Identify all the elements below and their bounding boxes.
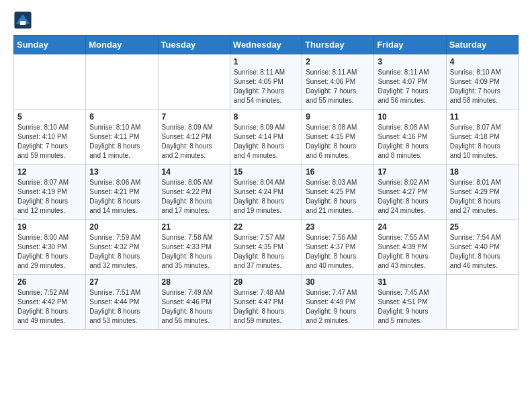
day-number: 9 bbox=[306, 112, 370, 122]
day-number: 8 bbox=[234, 112, 298, 122]
day-info: Sunrise: 7:54 AM Sunset: 4:40 PM Dayligh… bbox=[450, 233, 515, 271]
calendar-cell: 14Sunrise: 8:05 AM Sunset: 4:22 PM Dayli… bbox=[158, 165, 230, 220]
day-info: Sunrise: 8:04 AM Sunset: 4:24 PM Dayligh… bbox=[234, 178, 298, 216]
weekday-header-sunday: Sunday bbox=[14, 36, 86, 54]
day-number: 21 bbox=[162, 222, 226, 232]
calendar-cell: 1Sunrise: 8:11 AM Sunset: 4:05 PM Daylig… bbox=[230, 54, 302, 109]
day-number: 10 bbox=[378, 112, 442, 122]
day-info: Sunrise: 8:01 AM Sunset: 4:29 PM Dayligh… bbox=[450, 178, 515, 216]
logo bbox=[13, 11, 35, 30]
day-number: 12 bbox=[17, 167, 82, 177]
calendar-cell: 3Sunrise: 8:11 AM Sunset: 4:07 PM Daylig… bbox=[374, 54, 446, 109]
calendar-cell bbox=[158, 54, 230, 109]
calendar-body: 1Sunrise: 8:11 AM Sunset: 4:05 PM Daylig… bbox=[14, 54, 519, 330]
calendar-cell: 8Sunrise: 8:09 AM Sunset: 4:14 PM Daylig… bbox=[230, 109, 302, 165]
day-number: 31 bbox=[378, 277, 442, 287]
weekday-header-row: SundayMondayTuesdayWednesdayThursdayFrid… bbox=[14, 36, 519, 54]
day-info: Sunrise: 8:08 AM Sunset: 4:15 PM Dayligh… bbox=[306, 123, 370, 161]
day-number: 14 bbox=[162, 167, 226, 177]
day-info: Sunrise: 8:07 AM Sunset: 4:18 PM Dayligh… bbox=[450, 123, 515, 161]
day-number: 25 bbox=[450, 222, 515, 232]
calendar-cell: 22Sunrise: 7:57 AM Sunset: 4:35 PM Dayli… bbox=[230, 220, 302, 275]
calendar-week-3: 12Sunrise: 8:07 AM Sunset: 4:19 PM Dayli… bbox=[14, 165, 519, 220]
calendar-cell: 20Sunrise: 7:59 AM Sunset: 4:32 PM Dayli… bbox=[86, 220, 158, 275]
day-number: 24 bbox=[378, 222, 442, 232]
calendar-cell bbox=[446, 275, 518, 330]
calendar-cell: 13Sunrise: 8:06 AM Sunset: 4:21 PM Dayli… bbox=[86, 165, 158, 220]
day-info: Sunrise: 8:05 AM Sunset: 4:22 PM Dayligh… bbox=[162, 178, 226, 216]
day-number: 22 bbox=[234, 222, 298, 232]
day-number: 28 bbox=[162, 277, 226, 287]
calendar-cell: 21Sunrise: 7:58 AM Sunset: 4:33 PM Dayli… bbox=[158, 220, 230, 275]
calendar-week-2: 5Sunrise: 8:10 AM Sunset: 4:10 PM Daylig… bbox=[14, 109, 519, 165]
weekday-header-thursday: Thursday bbox=[302, 36, 374, 54]
day-number: 17 bbox=[378, 167, 442, 177]
day-info: Sunrise: 8:10 AM Sunset: 4:09 PM Dayligh… bbox=[450, 68, 515, 105]
day-number: 18 bbox=[450, 167, 515, 177]
day-number: 2 bbox=[306, 57, 370, 66]
day-info: Sunrise: 8:00 AM Sunset: 4:30 PM Dayligh… bbox=[17, 233, 82, 271]
weekday-header-monday: Monday bbox=[86, 36, 158, 54]
calendar-cell: 12Sunrise: 8:07 AM Sunset: 4:19 PM Dayli… bbox=[14, 165, 86, 220]
calendar-cell bbox=[86, 54, 158, 109]
svg-rect-2 bbox=[20, 21, 26, 25]
day-number: 3 bbox=[378, 57, 442, 66]
calendar-table: SundayMondayTuesdayWednesdayThursdayFrid… bbox=[13, 35, 519, 330]
day-info: Sunrise: 8:09 AM Sunset: 4:12 PM Dayligh… bbox=[162, 123, 226, 161]
calendar-cell: 31Sunrise: 7:45 AM Sunset: 4:51 PM Dayli… bbox=[374, 275, 446, 330]
day-info: Sunrise: 7:48 AM Sunset: 4:47 PM Dayligh… bbox=[234, 288, 298, 326]
day-info: Sunrise: 8:10 AM Sunset: 4:10 PM Dayligh… bbox=[17, 123, 82, 161]
day-info: Sunrise: 8:07 AM Sunset: 4:19 PM Dayligh… bbox=[17, 178, 82, 216]
calendar-cell: 9Sunrise: 8:08 AM Sunset: 4:15 PM Daylig… bbox=[302, 109, 374, 165]
day-number: 4 bbox=[450, 57, 515, 66]
weekday-header-tuesday: Tuesday bbox=[158, 36, 230, 54]
day-info: Sunrise: 8:11 AM Sunset: 4:07 PM Dayligh… bbox=[378, 68, 442, 105]
day-info: Sunrise: 8:08 AM Sunset: 4:16 PM Dayligh… bbox=[378, 123, 442, 161]
day-number: 30 bbox=[306, 277, 370, 287]
day-info: Sunrise: 8:03 AM Sunset: 4:25 PM Dayligh… bbox=[306, 178, 370, 216]
calendar-cell: 24Sunrise: 7:55 AM Sunset: 4:39 PM Dayli… bbox=[374, 220, 446, 275]
day-info: Sunrise: 8:09 AM Sunset: 4:14 PM Dayligh… bbox=[234, 123, 298, 161]
day-number: 7 bbox=[162, 112, 226, 122]
calendar-cell: 18Sunrise: 8:01 AM Sunset: 4:29 PM Dayli… bbox=[446, 165, 518, 220]
calendar-cell: 27Sunrise: 7:51 AM Sunset: 4:44 PM Dayli… bbox=[86, 275, 158, 330]
calendar-container: SundayMondayTuesdayWednesdayThursdayFrid… bbox=[0, 0, 532, 336]
calendar-cell: 4Sunrise: 8:10 AM Sunset: 4:09 PM Daylig… bbox=[446, 54, 518, 109]
calendar-cell: 6Sunrise: 8:10 AM Sunset: 4:11 PM Daylig… bbox=[86, 109, 158, 165]
calendar-week-4: 19Sunrise: 8:00 AM Sunset: 4:30 PM Dayli… bbox=[14, 220, 519, 275]
day-info: Sunrise: 7:56 AM Sunset: 4:37 PM Dayligh… bbox=[306, 233, 370, 271]
calendar-cell: 7Sunrise: 8:09 AM Sunset: 4:12 PM Daylig… bbox=[158, 109, 230, 165]
calendar-week-1: 1Sunrise: 8:11 AM Sunset: 4:05 PM Daylig… bbox=[14, 54, 519, 109]
calendar-cell: 17Sunrise: 8:02 AM Sunset: 4:27 PM Dayli… bbox=[374, 165, 446, 220]
day-info: Sunrise: 8:06 AM Sunset: 4:21 PM Dayligh… bbox=[89, 178, 154, 216]
day-number: 29 bbox=[234, 277, 298, 287]
calendar-cell: 15Sunrise: 8:04 AM Sunset: 4:24 PM Dayli… bbox=[230, 165, 302, 220]
day-info: Sunrise: 8:10 AM Sunset: 4:11 PM Dayligh… bbox=[89, 123, 154, 161]
day-info: Sunrise: 7:58 AM Sunset: 4:33 PM Dayligh… bbox=[162, 233, 226, 271]
day-info: Sunrise: 8:11 AM Sunset: 4:06 PM Dayligh… bbox=[306, 68, 370, 105]
weekday-header-wednesday: Wednesday bbox=[230, 36, 302, 54]
calendar-cell bbox=[14, 54, 86, 109]
day-number: 27 bbox=[89, 277, 154, 287]
day-number: 16 bbox=[306, 167, 370, 177]
calendar-cell: 2Sunrise: 8:11 AM Sunset: 4:06 PM Daylig… bbox=[302, 54, 374, 109]
calendar-cell: 30Sunrise: 7:47 AM Sunset: 4:49 PM Dayli… bbox=[302, 275, 374, 330]
logo-icon bbox=[13, 11, 32, 30]
day-number: 26 bbox=[17, 277, 82, 287]
calendar-cell: 29Sunrise: 7:48 AM Sunset: 4:47 PM Dayli… bbox=[230, 275, 302, 330]
day-info: Sunrise: 7:55 AM Sunset: 4:39 PM Dayligh… bbox=[378, 233, 442, 271]
day-info: Sunrise: 8:11 AM Sunset: 4:05 PM Dayligh… bbox=[234, 68, 298, 105]
day-info: Sunrise: 7:47 AM Sunset: 4:49 PM Dayligh… bbox=[306, 288, 370, 326]
calendar-cell: 5Sunrise: 8:10 AM Sunset: 4:10 PM Daylig… bbox=[14, 109, 86, 165]
day-number: 5 bbox=[17, 112, 82, 122]
calendar-cell: 16Sunrise: 8:03 AM Sunset: 4:25 PM Dayli… bbox=[302, 165, 374, 220]
calendar-cell: 25Sunrise: 7:54 AM Sunset: 4:40 PM Dayli… bbox=[446, 220, 518, 275]
day-number: 13 bbox=[89, 167, 154, 177]
calendar-cell: 26Sunrise: 7:52 AM Sunset: 4:42 PM Dayli… bbox=[14, 275, 86, 330]
day-info: Sunrise: 7:59 AM Sunset: 4:32 PM Dayligh… bbox=[89, 233, 154, 271]
calendar-cell: 19Sunrise: 8:00 AM Sunset: 4:30 PM Dayli… bbox=[14, 220, 86, 275]
day-info: Sunrise: 7:51 AM Sunset: 4:44 PM Dayligh… bbox=[89, 288, 154, 326]
day-info: Sunrise: 7:49 AM Sunset: 4:46 PM Dayligh… bbox=[162, 288, 226, 326]
day-number: 20 bbox=[89, 222, 154, 232]
day-number: 19 bbox=[17, 222, 82, 232]
